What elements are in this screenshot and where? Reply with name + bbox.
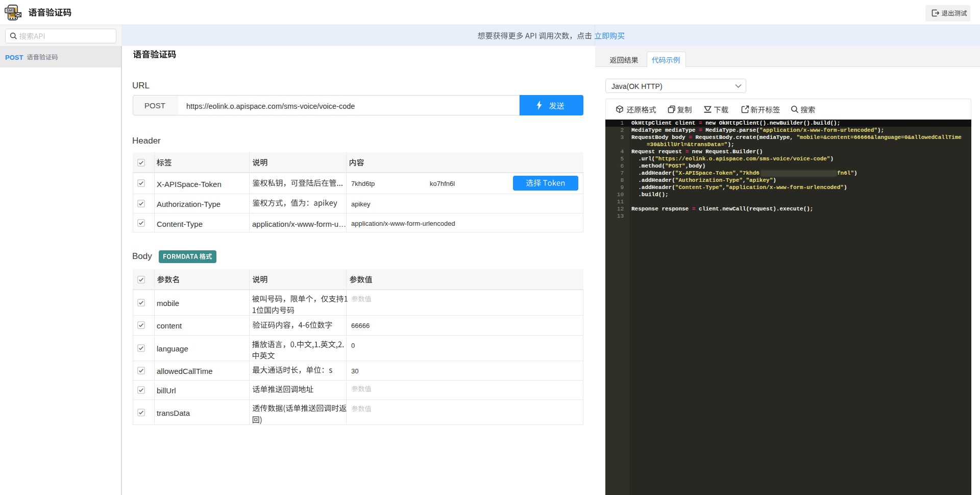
svg-text:SMS: SMS (7, 8, 15, 13)
